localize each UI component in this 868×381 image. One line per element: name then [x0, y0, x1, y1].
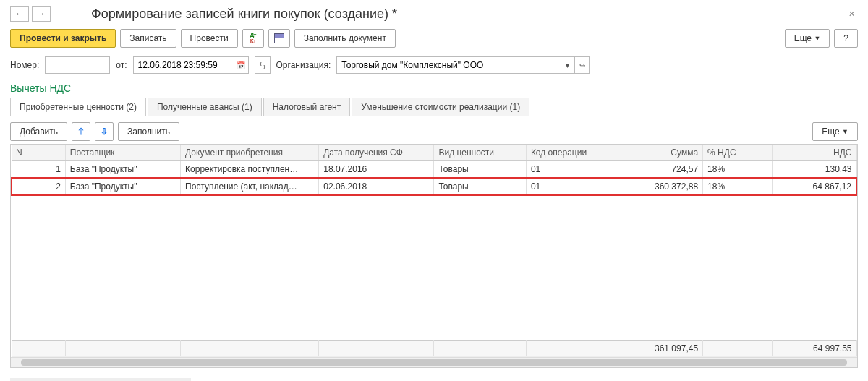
- tab-tax-agent[interactable]: Налоговый агент: [263, 98, 351, 116]
- structure-button[interactable]: [268, 29, 290, 48]
- number-input[interactable]: [45, 56, 110, 74]
- add-row-button[interactable]: Добавить: [10, 122, 67, 141]
- org-input[interactable]: [336, 56, 561, 74]
- number-label: Номер:: [10, 60, 39, 70]
- section-title[interactable]: Вычеты НДС: [10, 82, 71, 94]
- footer-total: Всего НДС: 74 023,48: [10, 378, 191, 382]
- tab-realization[interactable]: Уменьшение стоимости реализации (1): [352, 98, 529, 116]
- nav-forward-button[interactable]: →: [32, 6, 51, 22]
- col-vat[interactable]: НДС: [772, 145, 856, 161]
- table-totals-row: 361 097,45 64 997,55: [12, 340, 856, 356]
- post-button[interactable]: Провести: [181, 29, 238, 48]
- col-vat-pct[interactable]: % НДС: [703, 145, 773, 161]
- chevron-down-icon: ▼: [842, 128, 848, 135]
- date-input[interactable]: [133, 56, 234, 74]
- page-title: Формирование записей книги покупок (созд…: [91, 7, 397, 22]
- table-row[interactable]: 2 База "Продукты" Поступление (акт, накл…: [12, 178, 856, 195]
- horizontal-scrollbar[interactable]: [11, 357, 857, 367]
- arrow-up-icon: ⇧: [77, 127, 85, 137]
- tab-advances[interactable]: Полученные авансы (1): [148, 98, 262, 116]
- col-doc[interactable]: Документ приобретения: [181, 145, 319, 161]
- tab-acquired[interactable]: Приобретенные ценности (2): [10, 98, 146, 116]
- total-sum: 361 097,45: [618, 340, 703, 356]
- chevron-down-icon: ▼: [814, 35, 820, 42]
- grid-more-button[interactable]: Еще ▼: [812, 122, 858, 141]
- arrow-down-icon: ⇩: [101, 127, 108, 137]
- org-label: Организация:: [276, 60, 331, 70]
- table-row[interactable]: 1 База "Продукты" Корректировка поступле…: [12, 161, 856, 179]
- nav-back-button[interactable]: ←: [10, 6, 29, 22]
- save-button[interactable]: Записать: [120, 29, 176, 48]
- from-label: от:: [116, 60, 127, 70]
- col-kind[interactable]: Вид ценности: [434, 145, 526, 161]
- col-n[interactable]: N: [12, 145, 65, 161]
- dt-kt-button[interactable]: ДтКт: [242, 29, 264, 48]
- move-up-button[interactable]: ⇧: [72, 122, 90, 141]
- calendar-icon[interactable]: 📅: [234, 56, 249, 74]
- link-icon[interactable]: ⇆: [255, 56, 271, 74]
- total-vat: 64 997,55: [772, 340, 856, 356]
- structure-icon: [274, 33, 284, 43]
- fill-rows-button[interactable]: Заполнить: [118, 122, 179, 141]
- col-op-code[interactable]: Код операции: [526, 145, 618, 161]
- dropdown-icon[interactable]: ▾: [561, 56, 575, 74]
- col-supplier[interactable]: Поставщик: [65, 145, 180, 161]
- move-down-button[interactable]: ⇩: [95, 122, 114, 141]
- dt-kt-icon: ДтКт: [250, 33, 256, 44]
- table-header-row: N Поставщик Документ приобретения Дата п…: [12, 145, 856, 161]
- post-and-close-button[interactable]: Провести и закрыть: [10, 29, 116, 48]
- more-button[interactable]: Еще ▼: [785, 29, 830, 48]
- help-button[interactable]: ?: [834, 29, 858, 48]
- close-icon[interactable]: ✕: [846, 8, 858, 20]
- col-sf-date[interactable]: Дата получения СФ: [319, 145, 434, 161]
- fill-document-button[interactable]: Заполнить документ: [294, 29, 396, 48]
- open-ref-icon[interactable]: ↪: [575, 56, 590, 74]
- col-sum[interactable]: Сумма: [618, 145, 703, 161]
